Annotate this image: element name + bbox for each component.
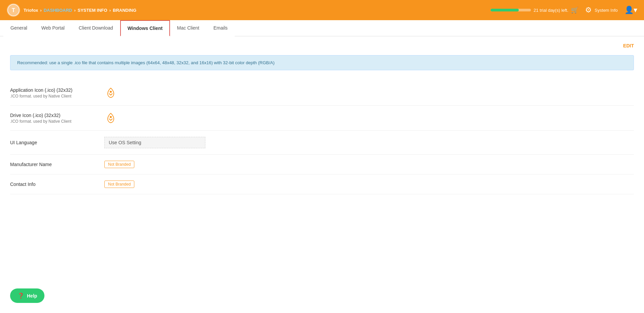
tab-emails[interactable]: Emails — [206, 20, 235, 36]
breadcrumb-sep1: › — [40, 8, 41, 13]
form-label-contact-info: Contact Info — [10, 182, 104, 187]
form-value-app-icon — [104, 86, 634, 99]
form-row-drive-icon: Drive Icon (.ico) (32x32) .ICO format. u… — [10, 106, 634, 131]
form-row-app-icon: Application Icon (.ico) (32x32) .ICO for… — [10, 80, 634, 106]
triofox-drive-icon — [105, 112, 116, 124]
form-row-contact-info: Contact Info Not Branded — [10, 174, 634, 194]
breadcrumb-sysinfo[interactable]: SYSTEM INFO — [78, 8, 107, 13]
tab-general[interactable]: General — [3, 20, 34, 36]
header-right: 21 trial day(s) left. 🛒 ⚙ System Info 👤▾ — [490, 6, 637, 14]
breadcrumb-triofox: Triofox — [24, 8, 38, 13]
main-content: EDIT Recommended: use a single .ico file… — [0, 36, 644, 201]
form-value-manufacturer: Not Branded — [104, 161, 634, 168]
trial-info: 21 trial day(s) left. 🛒 — [490, 6, 578, 14]
form-label-ui-language: UI Language — [10, 140, 104, 145]
tab-mac-client[interactable]: Mac Client — [170, 20, 206, 36]
breadcrumb-dashboard[interactable]: DASHBOARD — [44, 8, 72, 13]
form-value-contact-info: Not Branded — [104, 181, 634, 188]
form-value-ui-language: Use OS Setting — [104, 137, 634, 148]
system-info-button[interactable]: ⚙ System Info — [585, 6, 618, 14]
app-icon-image[interactable] — [104, 86, 117, 99]
ui-language-select[interactable]: Use OS Setting — [104, 137, 205, 148]
form-label-app-icon: Application Icon (.ico) (32x32) .ICO for… — [10, 87, 104, 99]
breadcrumb-branding: BRANDING — [113, 8, 136, 13]
form-value-drive-icon — [104, 112, 634, 124]
form-label-drive-icon: Drive Icon (.ico) (32x32) .ICO format. u… — [10, 113, 104, 124]
form-section: Application Icon (.ico) (32x32) .ICO for… — [10, 80, 634, 194]
header-left: T Triofox › DASHBOARD › SYSTEM INFO › BR… — [7, 3, 136, 17]
svg-point-2 — [110, 91, 112, 93]
breadcrumb-sep3: › — [109, 8, 111, 13]
breadcrumb: Triofox › DASHBOARD › SYSTEM INFO › BRAN… — [24, 8, 136, 13]
trial-text: 21 trial day(s) left. — [534, 8, 568, 13]
header: T Triofox › DASHBOARD › SYSTEM INFO › BR… — [0, 0, 644, 20]
tab-web-portal[interactable]: Web Portal — [34, 20, 72, 36]
trial-progress-fill — [490, 9, 519, 11]
form-label-manufacturer: Manufacturer Name — [10, 162, 104, 167]
gear-icon: ⚙ — [585, 6, 592, 14]
edit-button[interactable]: EDIT — [10, 43, 634, 48]
cart-icon[interactable]: 🛒 — [571, 6, 578, 14]
logo[interactable]: T — [7, 3, 20, 17]
system-info-label: System Info — [595, 8, 618, 13]
form-row-ui-language: UI Language Use OS Setting — [10, 131, 634, 155]
trial-progress-bar — [490, 9, 531, 11]
manufacturer-badge: Not Branded — [104, 161, 134, 168]
tab-windows-client[interactable]: Windows Client — [120, 20, 170, 36]
user-icon[interactable]: 👤▾ — [624, 6, 637, 14]
form-row-manufacturer: Manufacturer Name Not Branded — [10, 155, 634, 174]
drive-icon-image[interactable] — [104, 112, 117, 124]
info-banner: Recommended: use a single .ico file that… — [10, 55, 634, 70]
svg-point-3 — [110, 116, 112, 118]
svg-text:T: T — [12, 7, 15, 13]
breadcrumb-sep2: › — [74, 8, 75, 13]
contact-info-badge: Not Branded — [104, 181, 134, 188]
triofox-app-icon — [105, 87, 116, 99]
tabs-bar: General Web Portal Client Download Windo… — [0, 20, 644, 36]
tab-client-download[interactable]: Client Download — [72, 20, 120, 36]
